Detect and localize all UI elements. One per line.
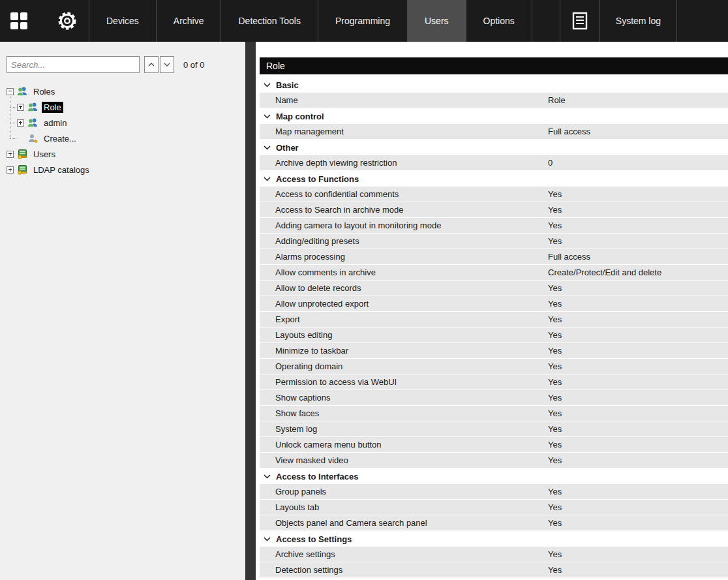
roles-tree: RolesRoleadminCreate...UsersLDAP catalog… [0,84,245,177]
section-label: Access to Settings [276,534,352,544]
tree-item-label: Role [42,102,63,113]
people-icon [27,117,39,128]
chevron-down-icon [264,177,271,181]
property-value[interactable]: Yes [547,221,728,230]
property-name: Detection settings [260,565,547,575]
property-value[interactable]: Yes [547,346,728,356]
property-name: View masked video [260,455,547,465]
property-value[interactable]: Yes [547,565,728,575]
search-prev-button[interactable] [144,56,159,73]
property-value[interactable]: Yes [547,377,728,387]
property-name: Archive settings [260,549,547,559]
section-access-to-settings[interactable]: Access to Settings [260,531,728,547]
tree-item-admin[interactable]: admin [0,115,245,130]
property-name: Show faces [260,408,547,418]
property-value[interactable]: Yes [547,283,728,293]
property-name: Name [260,95,547,105]
property-value[interactable]: Yes [547,424,728,434]
property-name: Adding camera to layout in monitoring mo… [260,221,547,230]
property-value[interactable]: Yes [547,205,728,215]
search-row: 0 of 0 [7,56,245,73]
tab-programming[interactable]: Programming [318,0,407,42]
property-value[interactable]: Yes [547,361,728,371]
property-value[interactable]: Yes [547,518,728,528]
tree-item-roles[interactable]: Roles [0,84,245,99]
grid-menu-icon[interactable] [0,0,38,42]
property-value[interactable]: 0 [547,158,728,168]
section-label: Map control [276,112,324,121]
property-row-unlock-camera-menu-button: Unlock camera menu buttonYes [260,437,728,452]
property-value[interactable]: Yes [547,455,728,465]
application-window: DevicesArchiveDetection ToolsProgramming… [0,0,728,580]
section-other[interactable]: Other [260,140,728,155]
section-access-to-functions[interactable]: Access to Functions [260,171,728,187]
property-value[interactable]: Yes [547,502,728,512]
gear-icon[interactable] [46,0,89,42]
expand-plus-icon[interactable] [17,104,24,111]
expand-plus-icon[interactable] [17,119,24,127]
expand-plus-icon[interactable] [7,166,14,174]
property-row-detection-settings: Detection settingsYes [260,562,728,577]
property-value[interactable]: Yes [547,549,728,559]
property-row-allow-unprotected-export: Allow unprotected exportYes [260,296,728,311]
people-icon [27,102,39,112]
people-icon [16,86,29,97]
tab-archive[interactable]: Archive [156,0,221,42]
top-navigation-bar: DevicesArchiveDetection ToolsProgramming… [0,0,728,42]
property-value[interactable]: Yes [547,393,728,403]
property-row-layouts-tab: Layouts tabYes [260,500,728,515]
tab-users[interactable]: Users [407,0,466,42]
panel-splitter[interactable] [245,42,256,580]
property-value[interactable]: Yes [547,440,728,450]
property-row-export: ExportYes [260,312,728,327]
property-row-access-to-confidential-comments: Access to confidential commentsYes [260,187,728,202]
tree-connector [10,123,16,123]
chevron-down-icon [264,537,271,542]
tab-options[interactable]: Options [466,0,532,42]
tree-item-users[interactable]: Users [0,146,245,162]
property-name: Objects panel and Camera search panel [260,518,547,528]
properties-title: Role [260,57,728,74]
property-value[interactable]: Yes [547,314,728,324]
property-value[interactable]: Yes [547,189,728,199]
property-value[interactable]: Yes [547,299,728,309]
tree-item-role[interactable]: Role [0,99,245,115]
tree-item-label: Users [31,149,57,160]
tab-detection-tools[interactable]: Detection Tools [220,0,317,42]
expand-plus-icon[interactable] [7,151,14,158]
section-access-to-interfaces[interactable]: Access to Interfaces [260,468,728,484]
property-value[interactable]: Yes [547,330,728,340]
property-name: Allow comments in archive [260,267,547,277]
tab-devices[interactable]: Devices [89,0,156,42]
property-name: Permission to access via WebUI [260,377,547,387]
property-row-alarms-processing: Alarms processingFull access [260,249,728,264]
property-row-system-log: System logYes [260,421,728,436]
property-name: Show captions [260,393,547,403]
section-basic[interactable]: Basic [260,77,728,93]
property-row-archive-settings: Archive settingsYes [260,547,728,562]
property-name: Archive depth viewing restriction [260,158,547,168]
tree-item-create[interactable]: Create... [0,130,245,146]
document-icon[interactable] [560,0,599,42]
property-name: Map management [260,127,547,136]
property-value[interactable]: Full access [547,252,728,262]
property-name: Group panels [260,487,547,496]
property-value[interactable]: Create/Protect/Edit and delete [547,267,728,277]
chevron-up-icon [148,63,155,67]
tree-item-ldap-catalogs[interactable]: LDAP catalogs [0,162,245,177]
property-row-adding-editing-presets: Adding/editing presetsYes [260,234,728,249]
property-name: Layouts tab [260,502,547,512]
main-content: 0 of 0 RolesRoleadminCreate...UsersLDAP … [0,42,728,580]
property-value[interactable]: Full access [547,127,728,136]
tab-system-log[interactable]: System log [599,0,677,42]
search-input[interactable] [7,56,140,73]
section-map-control[interactable]: Map control [260,108,728,124]
property-name: Access to Search in archive mode [260,205,547,215]
property-value[interactable]: Yes [547,236,728,246]
tree-connector [10,138,16,139]
property-name: Alarms processing [260,252,547,262]
property-value[interactable]: Yes [547,408,728,418]
property-value[interactable]: Role [547,95,728,105]
property-value[interactable]: Yes [547,487,728,496]
search-next-button[interactable] [160,56,174,73]
